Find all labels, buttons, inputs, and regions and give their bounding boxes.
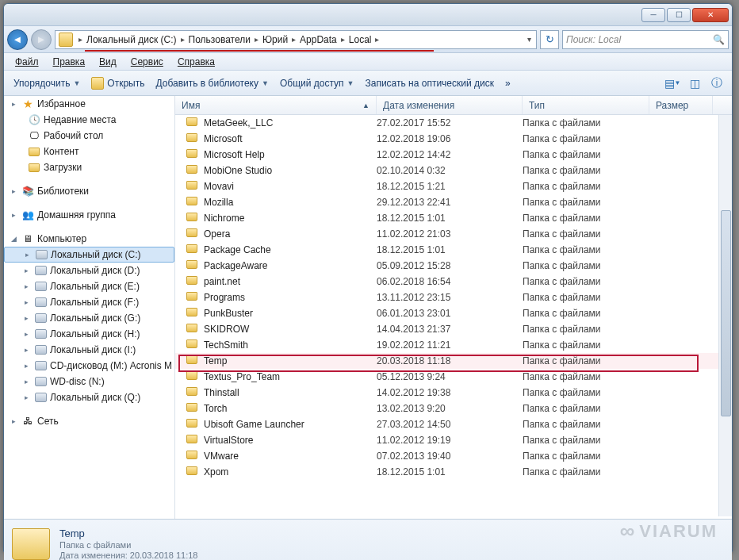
vertical-scrollbar[interactable]: [718, 115, 732, 516]
file-row[interactable]: Microsoft Help12.02.2012 14:42Папка с фа…: [175, 147, 732, 163]
file-row[interactable]: TechSmith19.02.2012 11:21Папка с файлами: [175, 337, 732, 353]
organize-button[interactable]: Упорядочить▼: [10, 76, 83, 90]
tree-drive[interactable]: ▸Локальный диск (Q:): [4, 389, 174, 405]
tree-content[interactable]: Контент: [4, 144, 174, 159]
view-options-button[interactable]: ▤▼: [664, 75, 681, 92]
tree-drive[interactable]: ▸WD-disc (N:): [4, 374, 174, 389]
file-row[interactable]: MobiOne Studio02.10.2014 0:32Папка с фай…: [175, 163, 732, 178]
tree-homegroup[interactable]: ▸👥Домашняя группа: [4, 207, 174, 223]
file-date: 18.12.2015 1:21: [377, 181, 523, 192]
file-date: 12.02.2012 14:42: [377, 149, 523, 160]
col-size[interactable]: Размер: [649, 96, 713, 114]
chevron-right-icon[interactable]: ▸: [373, 35, 381, 44]
help-button[interactable]: ⓘ: [708, 75, 726, 92]
refresh-button[interactable]: ↻: [540, 30, 559, 49]
file-date: 27.02.2017 15:52: [377, 117, 523, 128]
menu-view[interactable]: Вид: [93, 55, 123, 69]
file-row[interactable]: Microsoft12.02.2018 19:06Папка с файлами: [175, 131, 732, 147]
file-row[interactable]: Package Cache18.12.2015 1:01Папка с файл…: [175, 242, 732, 258]
file-row[interactable]: Opera11.02.2012 21:03Папка с файлами: [175, 226, 732, 242]
tree-downloads[interactable]: Загрузки: [4, 159, 174, 175]
file-date: 06.02.2018 16:54: [377, 276, 523, 287]
file-row[interactable]: Xpom18.12.2015 1:01Папка с файлами: [175, 464, 732, 480]
file-type: Папка с файлами: [523, 435, 649, 446]
menu-tools[interactable]: Сервис: [124, 55, 170, 69]
chevron-right-icon[interactable]: ▸: [252, 35, 261, 44]
folder-icon: [186, 276, 197, 285]
file-row[interactable]: Programs13.11.2012 23:15Папка с файлами: [175, 290, 732, 305]
close-button[interactable]: ✕: [692, 8, 729, 22]
breadcrumb[interactable]: Local: [347, 34, 373, 45]
tree-drive[interactable]: ▸Локальный диск (F:): [4, 294, 174, 310]
file-name: Thinstall: [204, 387, 377, 398]
file-row[interactable]: Textus_Pro_Team05.12.2013 9:24Папка с фа…: [175, 369, 732, 385]
tree-drive[interactable]: ▸Локальный диск (C:): [4, 247, 174, 263]
open-button[interactable]: Открыть: [88, 75, 147, 91]
menu-file[interactable]: Файл: [9, 55, 45, 69]
file-date: 19.02.2012 11:21: [377, 339, 523, 351]
tree-recent[interactable]: 🕓Недавние места: [4, 112, 174, 128]
file-row[interactable]: Movavi18.12.2015 1:21Папка с файлами: [175, 178, 732, 194]
more-commands-button[interactable]: »: [502, 76, 514, 90]
file-row[interactable]: Nichrome18.12.2015 1:01Папка с файлами: [175, 210, 732, 226]
folder-icon: [186, 435, 197, 443]
tree-libraries[interactable]: ▸📚Библиотеки: [4, 183, 174, 199]
col-name[interactable]: Имя▲: [175, 96, 377, 114]
back-button[interactable]: ◄: [7, 29, 28, 50]
tree-drive[interactable]: ▸Локальный диск (H:): [4, 326, 174, 342]
breadcrumb[interactable]: Локальный диск (C:): [85, 34, 178, 45]
search-icon[interactable]: 🔍: [713, 34, 725, 45]
file-row[interactable]: PunkBuster06.01.2013 23:01Папка с файлам…: [175, 305, 732, 321]
breadcrumb[interactable]: Пользователи: [187, 34, 252, 45]
titlebar[interactable]: ─ ☐ ✕: [4, 4, 732, 26]
col-type[interactable]: Тип: [523, 96, 649, 114]
tree-drive[interactable]: ▸Локальный диск (I:): [4, 342, 174, 358]
file-row[interactable]: VirtualStore11.02.2012 19:19Папка с файл…: [175, 432, 732, 448]
tree-network[interactable]: ▸🖧Сеть: [4, 413, 174, 429]
file-row[interactable]: PackageAware05.09.2012 15:28Папка с файл…: [175, 258, 732, 274]
minimize-button[interactable]: ─: [641, 8, 665, 22]
search-input[interactable]: Поиск: Local 🔍: [562, 30, 729, 49]
breadcrumb[interactable]: AppData: [298, 34, 339, 45]
tree-drive[interactable]: ▸Локальный диск (G:): [4, 310, 174, 326]
add-to-library-button[interactable]: Добавить в библиотеку▼: [152, 76, 271, 90]
share-button[interactable]: Общий доступ▼: [277, 76, 358, 90]
file-row[interactable]: Mozilla29.12.2013 22:41Папка с файлами: [175, 194, 732, 210]
tree-desktop[interactable]: 🖵Рабочий стол: [4, 128, 174, 144]
file-row[interactable]: SKIDROW14.04.2013 21:37Папка с файлами: [175, 321, 732, 337]
chevron-right-icon[interactable]: ▸: [289, 35, 298, 44]
folder-icon: [186, 419, 197, 428]
folder-icon: [186, 197, 197, 205]
file-row[interactable]: MetaGeek,_LLC27.02.2017 15:52Папка с фай…: [175, 115, 732, 131]
file-type: Папка с файлами: [523, 213, 649, 224]
tree-drive[interactable]: ▸Локальный диск (E:): [4, 278, 174, 294]
tree-computer[interactable]: ◢🖥Компьютер: [4, 231, 174, 247]
file-row[interactable]: Thinstall14.02.2012 19:38Папка с файлами: [175, 385, 732, 401]
scrollbar-thumb[interactable]: [721, 210, 731, 416]
chevron-right-icon[interactable]: ▸: [339, 35, 347, 44]
chevron-right-icon[interactable]: ▸: [76, 35, 85, 44]
maximize-button[interactable]: ☐: [667, 8, 691, 22]
address-bar[interactable]: ▸ Локальный диск (C:) ▸ Пользователи ▸ Ю…: [55, 30, 537, 49]
menu-help[interactable]: Справка: [171, 55, 221, 69]
file-date: 18.12.2015 1:01: [377, 244, 523, 255]
tree-drive[interactable]: ▸Локальный диск (D:): [4, 263, 174, 278]
file-row[interactable]: Torch13.02.2013 9:20Папка с файлами: [175, 401, 732, 416]
file-row[interactable]: Temp20.03.2018 11:18Папка с файлами: [175, 353, 732, 369]
breadcrumb[interactable]: Юрий: [261, 34, 289, 45]
tree-drive[interactable]: ▸CD-дисковод (M:) Acronis M: [4, 358, 174, 374]
file-row[interactable]: paint.net06.02.2018 16:54Папка с файлами: [175, 274, 732, 290]
chevron-down-icon[interactable]: ▾: [523, 35, 536, 44]
menu-edit[interactable]: Правка: [47, 55, 92, 69]
file-row[interactable]: VMware07.02.2013 19:40Папка с файлами: [175, 448, 732, 464]
forward-button[interactable]: ►: [31, 29, 52, 50]
file-date: 07.02.2013 19:40: [377, 451, 523, 462]
preview-pane-button[interactable]: ◫: [686, 75, 703, 92]
chevron-right-icon[interactable]: ▸: [178, 35, 187, 44]
file-row[interactable]: Ubisoft Game Launcher27.03.2012 14:50Пап…: [175, 416, 732, 432]
tree-favorites[interactable]: ▸★Избранное: [4, 96, 174, 112]
col-date[interactable]: Дата изменения: [377, 96, 523, 114]
file-date: 05.09.2012 15:28: [377, 260, 523, 271]
burn-button[interactable]: Записать на оптический диск: [362, 76, 497, 90]
file-type: Папка с файлами: [523, 260, 649, 271]
